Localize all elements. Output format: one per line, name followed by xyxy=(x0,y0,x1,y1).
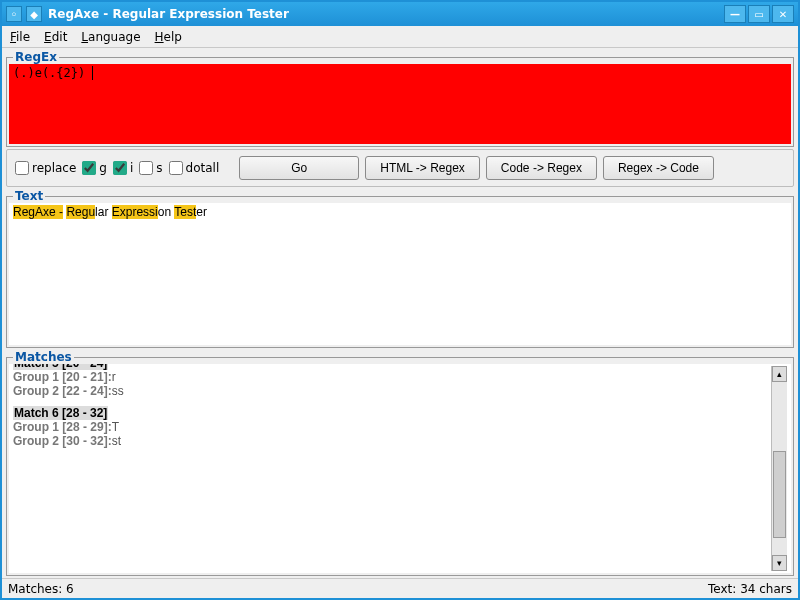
statusbar: Matches: 6 Text: 34 chars xyxy=(2,578,798,598)
status-chars: Text: 34 chars xyxy=(708,582,792,596)
menu-help[interactable]: Help xyxy=(155,30,182,44)
go-button[interactable]: Go xyxy=(239,156,359,180)
g-checkbox[interactable]: g xyxy=(82,161,107,175)
matches-scrollbar[interactable]: ▴ ▾ xyxy=(771,366,787,571)
html-to-regex-button[interactable]: HTML -> Regex xyxy=(365,156,480,180)
options-toolbar: replace g i s dotall Go HTML -> Regex Co… xyxy=(6,149,794,187)
sticky-icon[interactable]: ◦ xyxy=(6,6,22,22)
replace-checkbox[interactable]: replace xyxy=(15,161,76,175)
scroll-down-icon[interactable]: ▾ xyxy=(772,555,787,571)
dotall-checkbox[interactable]: dotall xyxy=(169,161,220,175)
menu-language[interactable]: Language xyxy=(81,30,140,44)
status-matches: Matches: 6 xyxy=(8,582,74,596)
minimize-button[interactable]: — xyxy=(724,5,746,23)
titlebar: ◦ ◆ RegAxe - Regular Expression Tester —… xyxy=(2,2,798,26)
code-to-regex-button[interactable]: Code -> Regex xyxy=(486,156,597,180)
matches-output: Match 5 [20 - 24]Group 1 [20 - 21]:rGrou… xyxy=(9,364,791,573)
regex-section: RegEx (.)e(.{2}) xyxy=(6,50,794,147)
maximize-button[interactable]: ▭ xyxy=(748,5,770,23)
text-legend: Text xyxy=(13,189,45,203)
menu-file[interactable]: File xyxy=(10,30,30,44)
menu-edit[interactable]: Edit xyxy=(44,30,67,44)
scroll-up-icon[interactable]: ▴ xyxy=(772,366,787,382)
text-input[interactable]: RegAxe - Regular Expression Tester xyxy=(9,203,791,345)
window-title: RegAxe - Regular Expression Tester xyxy=(48,7,724,21)
content: RegEx (.)e(.{2}) replace g i s dotall Go… xyxy=(2,48,798,578)
app-window: ◦ ◆ RegAxe - Regular Expression Tester —… xyxy=(0,0,800,600)
scroll-thumb[interactable] xyxy=(773,451,786,538)
text-section: Text RegAxe - Regular Expression Tester xyxy=(6,189,794,348)
regex-legend: RegEx xyxy=(13,50,59,64)
regex-input[interactable]: (.)e(.{2}) xyxy=(9,64,791,144)
close-button[interactable]: ✕ xyxy=(772,5,794,23)
s-checkbox[interactable]: s xyxy=(139,161,162,175)
rollup-icon[interactable]: ◆ xyxy=(26,6,42,22)
scroll-track[interactable] xyxy=(772,382,787,555)
matches-legend: Matches xyxy=(13,350,74,364)
regex-to-code-button[interactable]: Regex -> Code xyxy=(603,156,714,180)
i-checkbox[interactable]: i xyxy=(113,161,133,175)
menubar: File Edit Language Help xyxy=(2,26,798,48)
matches-section: Matches Match 5 [20 - 24]Group 1 [20 - 2… xyxy=(6,350,794,576)
